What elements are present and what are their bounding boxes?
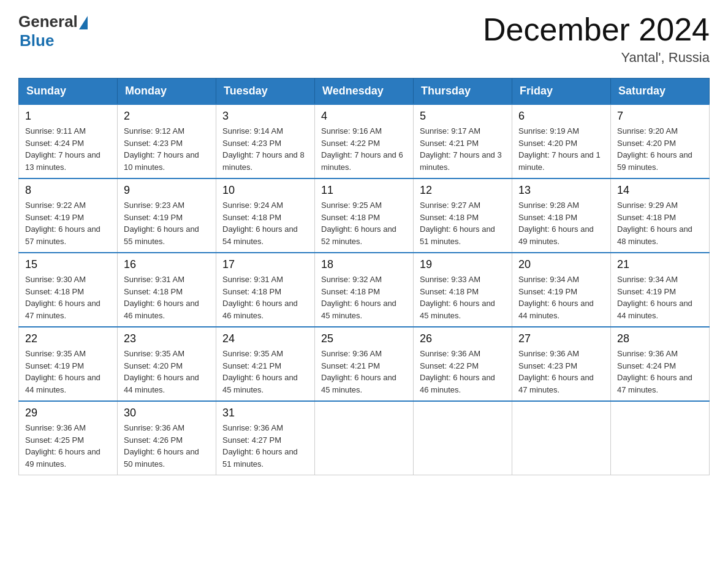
calendar-body: 1 Sunrise: 9:11 AMSunset: 4:24 PMDayligh… [19,104,710,475]
calendar-day-cell: 31 Sunrise: 9:36 AMSunset: 4:27 PMDaylig… [216,401,315,475]
day-info: Sunrise: 9:36 AMSunset: 4:23 PMDaylight:… [518,348,604,396]
day-info: Sunrise: 9:32 AMSunset: 4:18 PMDaylight:… [321,274,407,321]
calendar-day-cell: 18 Sunrise: 9:32 AMSunset: 4:18 PMDaylig… [315,253,414,327]
day-number: 7 [617,110,703,123]
calendar-day-cell: 30 Sunrise: 9:36 AMSunset: 4:26 PMDaylig… [118,401,216,475]
weekday-header-tuesday: Tuesday [216,79,315,105]
calendar-header: SundayMondayTuesdayWednesdayThursdayFrid… [19,79,710,105]
day-info: Sunrise: 9:31 AMSunset: 4:18 PMDaylight:… [222,274,308,321]
calendar-day-cell: 14 Sunrise: 9:29 AMSunset: 4:18 PMDaylig… [611,178,710,253]
day-info: Sunrise: 9:31 AMSunset: 4:18 PMDaylight:… [124,274,210,321]
day-info: Sunrise: 9:36 AMSunset: 4:25 PMDaylight:… [25,422,111,470]
weekday-header-thursday: Thursday [414,79,512,105]
logo: General Blue [18,12,88,50]
day-number: 13 [518,184,604,197]
day-info: Sunrise: 9:34 AMSunset: 4:19 PMDaylight:… [518,274,604,321]
day-number: 20 [518,258,604,271]
calendar-day-cell: 11 Sunrise: 9:25 AMSunset: 4:18 PMDaylig… [315,178,414,253]
day-info: Sunrise: 9:19 AMSunset: 4:20 PMDaylight:… [518,125,604,173]
calendar-day-cell: 8 Sunrise: 9:22 AMSunset: 4:19 PMDayligh… [19,178,118,253]
day-number: 21 [617,258,703,271]
day-number: 5 [420,110,506,123]
calendar-day-cell: 12 Sunrise: 9:27 AMSunset: 4:18 PMDaylig… [414,178,512,253]
day-number: 31 [222,407,308,419]
day-info: Sunrise: 9:12 AMSunset: 4:23 PMDaylight:… [124,125,210,173]
calendar-day-cell: 7 Sunrise: 9:20 AMSunset: 4:20 PMDayligh… [611,104,710,178]
day-info: Sunrise: 9:33 AMSunset: 4:18 PMDaylight:… [420,274,506,321]
day-info: Sunrise: 9:28 AMSunset: 4:18 PMDaylight:… [518,199,604,247]
calendar-day-cell: 29 Sunrise: 9:36 AMSunset: 4:25 PMDaylig… [19,401,118,475]
day-number: 6 [518,110,604,123]
day-info: Sunrise: 9:27 AMSunset: 4:18 PMDaylight:… [420,199,506,247]
calendar-day-cell: 9 Sunrise: 9:23 AMSunset: 4:19 PMDayligh… [118,178,216,253]
month-title: December 2024 [483,12,710,47]
day-number: 22 [25,332,111,345]
calendar-day-cell: 6 Sunrise: 9:19 AMSunset: 4:20 PMDayligh… [512,104,611,178]
weekday-header-monday: Monday [118,79,216,105]
calendar-day-cell: 26 Sunrise: 9:36 AMSunset: 4:22 PMDaylig… [414,327,512,401]
day-info: Sunrise: 9:22 AMSunset: 4:19 PMDaylight:… [25,199,111,247]
day-info: Sunrise: 9:36 AMSunset: 4:22 PMDaylight:… [420,348,506,396]
day-info: Sunrise: 9:34 AMSunset: 4:19 PMDaylight:… [617,274,703,321]
calendar-day-cell: 25 Sunrise: 9:36 AMSunset: 4:21 PMDaylig… [315,327,414,401]
calendar-week-row: 1 Sunrise: 9:11 AMSunset: 4:24 PMDayligh… [19,104,710,178]
day-info: Sunrise: 9:16 AMSunset: 4:22 PMDaylight:… [321,125,407,173]
calendar-day-cell: 28 Sunrise: 9:36 AMSunset: 4:24 PMDaylig… [611,327,710,401]
day-info: Sunrise: 9:17 AMSunset: 4:21 PMDaylight:… [420,125,506,173]
weekday-header-saturday: Saturday [611,79,710,105]
day-info: Sunrise: 9:36 AMSunset: 4:24 PMDaylight:… [617,348,703,396]
day-number: 17 [222,258,308,271]
weekday-header-friday: Friday [512,79,611,105]
calendar-day-cell: 27 Sunrise: 9:36 AMSunset: 4:23 PMDaylig… [512,327,611,401]
day-info: Sunrise: 9:23 AMSunset: 4:19 PMDaylight:… [124,199,210,247]
calendar-day-cell: 1 Sunrise: 9:11 AMSunset: 4:24 PMDayligh… [19,104,118,178]
calendar-week-row: 22 Sunrise: 9:35 AMSunset: 4:19 PMDaylig… [19,327,710,401]
day-info: Sunrise: 9:36 AMSunset: 4:26 PMDaylight:… [124,422,210,470]
calendar-day-cell: 22 Sunrise: 9:35 AMSunset: 4:19 PMDaylig… [19,327,118,401]
calendar-day-cell [414,401,512,475]
day-info: Sunrise: 9:30 AMSunset: 4:18 PMDaylight:… [25,274,111,321]
day-number: 14 [617,184,703,197]
calendar-day-cell: 17 Sunrise: 9:31 AMSunset: 4:18 PMDaylig… [216,253,315,327]
day-number: 15 [25,258,111,271]
day-number: 16 [124,258,210,271]
day-info: Sunrise: 9:35 AMSunset: 4:20 PMDaylight:… [124,348,210,396]
day-number: 19 [420,258,506,271]
calendar-day-cell: 15 Sunrise: 9:30 AMSunset: 4:18 PMDaylig… [19,253,118,327]
day-number: 11 [321,184,407,197]
calendar-table: SundayMondayTuesdayWednesdayThursdayFrid… [18,78,710,475]
day-info: Sunrise: 9:36 AMSunset: 4:27 PMDaylight:… [222,422,308,470]
day-info: Sunrise: 9:24 AMSunset: 4:18 PMDaylight:… [222,199,308,247]
location-label: Yantal', Russia [483,50,710,66]
day-number: 25 [321,332,407,345]
calendar-day-cell: 23 Sunrise: 9:35 AMSunset: 4:20 PMDaylig… [118,327,216,401]
day-info: Sunrise: 9:11 AMSunset: 4:24 PMDaylight:… [25,125,111,173]
day-number: 26 [420,332,506,345]
calendar-day-cell: 19 Sunrise: 9:33 AMSunset: 4:18 PMDaylig… [414,253,512,327]
calendar-day-cell: 10 Sunrise: 9:24 AMSunset: 4:18 PMDaylig… [216,178,315,253]
logo-triangle-icon [79,16,88,29]
day-info: Sunrise: 9:20 AMSunset: 4:20 PMDaylight:… [617,125,703,173]
day-number: 4 [321,110,407,123]
day-number: 9 [124,184,210,197]
calendar-day-cell: 20 Sunrise: 9:34 AMSunset: 4:19 PMDaylig… [512,253,611,327]
day-number: 23 [124,332,210,345]
calendar-day-cell: 16 Sunrise: 9:31 AMSunset: 4:18 PMDaylig… [118,253,216,327]
day-info: Sunrise: 9:29 AMSunset: 4:18 PMDaylight:… [617,199,703,247]
weekday-header-sunday: Sunday [19,79,118,105]
day-info: Sunrise: 9:36 AMSunset: 4:21 PMDaylight:… [321,348,407,396]
day-number: 10 [222,184,308,197]
calendar-day-cell: 13 Sunrise: 9:28 AMSunset: 4:18 PMDaylig… [512,178,611,253]
calendar-day-cell [315,401,414,475]
day-info: Sunrise: 9:25 AMSunset: 4:18 PMDaylight:… [321,199,407,247]
calendar-day-cell: 4 Sunrise: 9:16 AMSunset: 4:22 PMDayligh… [315,104,414,178]
day-number: 18 [321,258,407,271]
day-number: 24 [222,332,308,345]
weekday-header-row: SundayMondayTuesdayWednesdayThursdayFrid… [19,79,710,105]
weekday-header-wednesday: Wednesday [315,79,414,105]
calendar-day-cell: 21 Sunrise: 9:34 AMSunset: 4:19 PMDaylig… [611,253,710,327]
day-number: 1 [25,110,111,123]
calendar-week-row: 8 Sunrise: 9:22 AMSunset: 4:19 PMDayligh… [19,178,710,253]
title-block: December 2024 Yantal', Russia [483,12,710,66]
day-info: Sunrise: 9:14 AMSunset: 4:23 PMDaylight:… [222,125,308,173]
